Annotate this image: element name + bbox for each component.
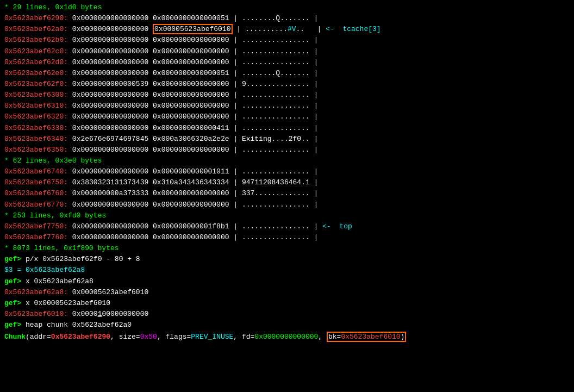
meta-line-15: * 62 lines, 0x3e0 bytes	[4, 155, 570, 166]
addr-line-3: 0x5623abef62a0: 0x0000000000000000 0x000…	[4, 24, 570, 35]
meta-line-20: * 253 lines, 0xfd0 bytes	[4, 210, 570, 221]
addr-line-18: 0x5623abef6760: 0x000000000a373333 0x000…	[4, 188, 570, 199]
addr-line-17: 0x5623abef6750: 0x3830323131373439 0x310…	[4, 177, 570, 188]
addr-line-13: 0x5623abef6340: 0x2e676e6974697845 0x000…	[4, 134, 570, 145]
gef-line-30: gef> heap chunk 0x5623abef62a0	[4, 320, 570, 331]
result-line-25: $3 = 0x5623abef62a8	[4, 265, 570, 276]
addr-line-22: 0x5623abef7760: 0x0000000000000000 0x000…	[4, 232, 570, 243]
addr-line-21: 0x5623abef7750: 0x0000000000000000 0x000…	[4, 221, 570, 232]
addr-line-8: 0x5623abef62f0: 0x0000000000000539 0x000…	[4, 79, 570, 90]
gef-line-24: gef> p/x 0x5623abef62f0 - 80 + 8	[4, 254, 570, 265]
addr-line-6: 0x5623abef62d0: 0x0000000000000000 0x000…	[4, 57, 570, 68]
addr-line-9: 0x5623abef6300: 0x0000000000000000 0x000…	[4, 90, 570, 101]
terminal: * 29 lines, 0x1d0 bytes 0x5623abef6290: …	[0, 0, 574, 392]
meta-line-1: * 29 lines, 0x1d0 bytes	[4, 2, 570, 13]
addr-line-2: 0x5623abef6290: 0x0000000000000000 0x000…	[4, 13, 570, 24]
meta-line-23: * 8073 lines, 0x1f890 bytes	[4, 243, 570, 254]
addr-result-27: 0x5623abef62a8: 0x00005623abef6010	[4, 287, 570, 298]
addr-line-11: 0x5623abef6320: 0x0000000000000000 0x000…	[4, 111, 570, 122]
addr-line-12: 0x5623abef6330: 0x0000000000000000 0x000…	[4, 123, 570, 134]
chunk-line-31: Chunk(addr=0x5623abef6290, size=0x50, fl…	[4, 332, 570, 343]
addr-line-5: 0x5623abef62c0: 0x0000000000000000 0x000…	[4, 46, 570, 57]
addr-line-10: 0x5623abef6310: 0x0000000000000000 0x000…	[4, 101, 570, 111]
addr-line-16: 0x5623abef6740: 0x0000000000000000 0x000…	[4, 166, 570, 177]
gef-line-26: gef> x 0x5623abef62a8	[4, 276, 570, 287]
addr-line-19: 0x5623abef6770: 0x0000000000000000 0x000…	[4, 200, 570, 210]
addr-result-29: 0x5623abef6010: 0x0000100000000000	[4, 309, 570, 320]
gef-line-28: gef> x 0x00005623abef6010	[4, 298, 570, 309]
addr-line-4: 0x5623abef62b0: 0x0000000000000000 0x000…	[4, 35, 570, 46]
addr-line-7: 0x5623abef62e0: 0x0000000000000000 0x000…	[4, 68, 570, 79]
addr-line-14: 0x5623abef6350: 0x0000000000000000 0x000…	[4, 145, 570, 155]
